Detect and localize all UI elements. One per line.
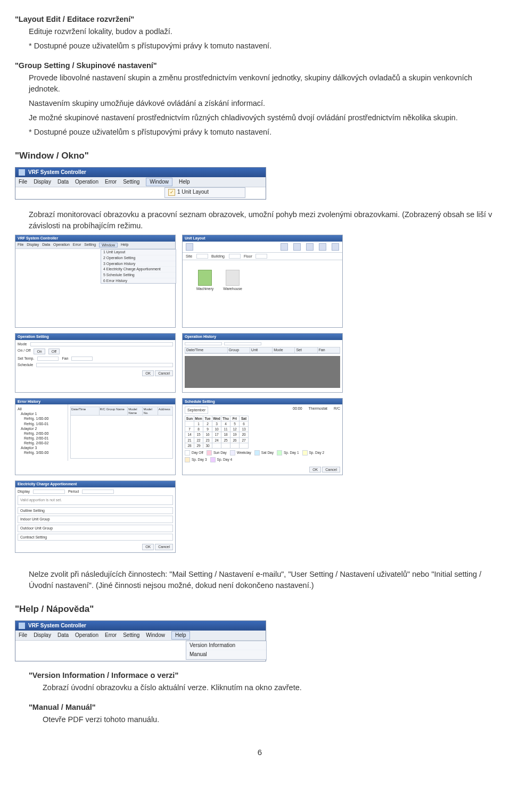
unit-icon[interactable] [226,270,240,286]
legend-item: Day Off [192,451,203,454]
legend-item: Weekday [237,451,251,454]
label: Site [186,254,192,258]
button-ok[interactable]: OK [142,544,154,550]
tool-icon[interactable] [332,243,339,251]
page-number: 6 [15,747,505,758]
menu-error[interactable]: Error [105,632,117,639]
tree-item[interactable]: Adaptor 3 [18,445,65,450]
input-fan[interactable] [71,357,93,361]
tool-icon[interactable] [186,243,193,251]
menu-operation[interactable]: Operation [75,632,98,639]
label: R/C [334,407,340,410]
grid-body [70,416,173,459]
menu-item-version[interactable]: Version Information [186,641,266,650]
tree-item[interactable]: Refrig. 2/00-01 [18,436,65,441]
input-temp[interactable] [37,357,59,361]
input[interactable] [82,490,114,494]
tool-icon[interactable] [306,243,314,251]
tool-icon[interactable] [319,243,326,251]
heading-group-setting: "Group Setting / Skupinové nastavení" [15,60,505,71]
button-cancel[interactable]: Cancel [155,370,173,377]
input[interactable] [33,490,65,494]
button-ok[interactable]: OK [142,370,154,377]
menu-help[interactable]: Help [121,243,128,248]
menu-help[interactable]: Help [171,631,190,640]
menu-data[interactable]: Data [57,179,69,185]
menu-window[interactable]: Window [146,178,172,186]
label: Display [18,490,30,494]
col-header: Fan [318,347,340,353]
col-header: R/C Group Name [100,407,128,415]
menu-setting[interactable]: Setting [123,632,139,639]
select[interactable] [185,342,222,345]
select-mode[interactable] [30,342,173,346]
menubar: File Display Data Operation Error Settin… [15,631,266,641]
menu-item[interactable]: 6 Error History [101,278,176,284]
time-val: 00:00 [293,407,302,410]
tool-icon[interactable] [293,243,301,251]
info-text: Valid apportion is not set. [18,495,173,505]
menu-operation[interactable]: Operation [75,179,98,185]
button-cancel[interactable]: Cancel [322,467,340,473]
menu-help[interactable]: Help [179,179,190,185]
calendar[interactable]: Sun Mon Tue Wed Thu Fri Sat 123456 78910… [185,416,249,449]
tree-root[interactable]: All [18,407,65,411]
heading-window: "Window / Okno" [15,150,505,163]
mini-operation-history: Operation History Date/Time Group Unit M… [182,333,343,392]
unit-icon[interactable] [198,270,212,286]
menu-display[interactable]: Display [34,179,51,185]
mini-schedule-setting: Schedule Setting September 00:00 Thermos… [182,398,343,476]
menu-window[interactable]: Window [99,243,118,248]
legend-item: Sp. Day 3 [192,458,207,461]
menu-window[interactable]: Window [146,632,165,639]
button-off[interactable]: Off [48,349,60,355]
heading-layout-edit: "Layout Edit / Editace rozvržení" [15,14,505,25]
menu-item[interactable]: 2 Operation Setting [101,255,176,261]
text-group-setting-p3: Je možné skupinové nastavení prostřednic… [29,112,505,123]
menu-display[interactable]: Display [34,632,51,639]
menu-data[interactable]: Data [57,632,69,639]
menu-operation[interactable]: Operation [53,243,70,248]
menu-setting[interactable]: Setting [123,179,139,185]
menu-data[interactable]: Data [42,243,50,248]
select-site[interactable] [196,254,208,259]
tree-item[interactable]: Refrig. 2/00-00 [18,431,65,436]
menu-display[interactable]: Display [27,243,39,248]
menu-item[interactable]: 3 Operation History [101,261,176,267]
help-dropdown: Version Information Manual [186,641,267,660]
group-link[interactable]: Indoor Unit Group [18,516,173,523]
group-link[interactable]: Outdoor Unit Group [18,525,173,532]
window-title: Unit Layout [185,236,205,241]
menu-item-unit-layout[interactable]: ✓ 1 Unit Layout [165,188,245,197]
select-floor[interactable] [256,254,267,259]
select[interactable] [224,342,261,345]
tree-item[interactable]: Refrig. 1/00-00 [18,416,65,421]
menu-item-label: Manual [189,651,207,658]
tree-item[interactable]: Refrig. 1/00-01 [18,421,65,426]
window-title: Electricity Charge Apportionment [18,482,77,486]
menu-item-manual[interactable]: Manual [186,650,266,659]
tree-item[interactable]: Refrig. 3/00-00 [18,450,65,455]
select-building[interactable] [229,254,241,259]
button-cancel[interactable]: Cancel [155,544,173,550]
tree-item[interactable]: Refrig. 2/00-02 [18,441,65,445]
menu-error[interactable]: Error [73,243,81,248]
button-ok[interactable]: OK [309,467,321,473]
tool-icon[interactable] [281,243,288,251]
button-on[interactable]: On [34,349,45,355]
menu-file[interactable]: File [19,179,27,185]
menu-setting[interactable]: Setting [84,243,96,248]
group-link[interactable]: Contract Setting [18,534,173,541]
month-label[interactable]: September [185,407,208,414]
group-link[interactable]: Outline Setting [18,507,173,515]
tree-item[interactable]: Adaptor 1 [18,411,65,416]
menu-file[interactable]: File [19,632,27,639]
menu-item[interactable]: 1 Unit Layout [101,250,176,255]
legend-item: Sp. Day 2 [309,451,325,454]
menu-file[interactable]: File [18,243,23,248]
menu-item[interactable]: 4 Electricity Charge Apportionment [101,267,176,272]
select-schedule[interactable] [36,363,173,367]
menu-error[interactable]: Error [105,179,117,185]
menu-item[interactable]: 5 Schedule Setting [101,272,176,278]
tree-item[interactable]: Adaptor 2 [18,426,65,431]
